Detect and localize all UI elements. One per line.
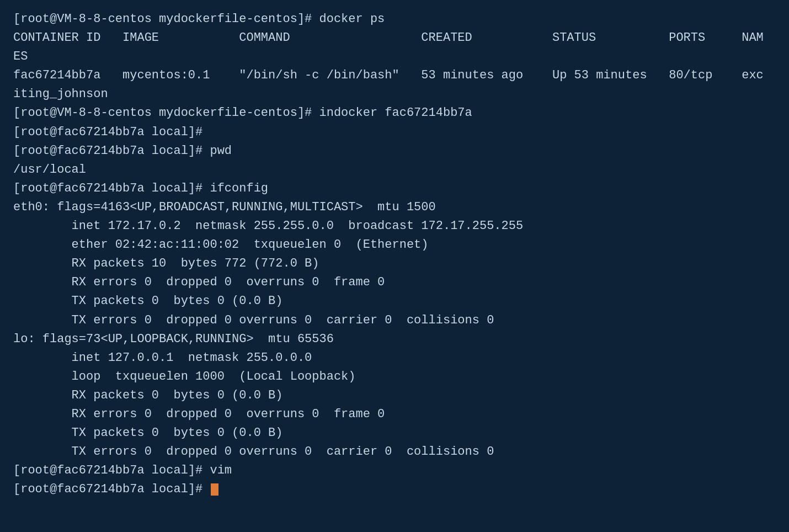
terminal-line-l8: [root@fac67214bb7a local]# pwd bbox=[13, 142, 776, 161]
terminal-line-l15: RX errors 0 dropped 0 overruns 0 frame 0 bbox=[13, 273, 776, 292]
terminal-line-l7: [root@fac67214bb7a local]# bbox=[13, 123, 776, 142]
terminal-line-l2: CONTAINER ID IMAGE COMMAND CREATED STATU… bbox=[13, 29, 776, 47]
terminal-line-l19: lo: flags=73<UP,LOOPBACK,RUNNING> mtu 65… bbox=[13, 330, 776, 349]
terminal-line-l3: ES bbox=[13, 47, 776, 66]
terminal-line-l16: TX packets 0 bytes 0 (0.0 B) bbox=[13, 292, 776, 311]
terminal-line-l27: [root@fac67214bb7a local]# vim bbox=[13, 461, 776, 480]
terminal-line-l9: /usr/local bbox=[13, 161, 776, 179]
terminal-line-l23: RX errors 0 dropped 0 overruns 0 frame 0 bbox=[13, 405, 776, 424]
terminal-line-l11: eth0: flags=4163<UP,BROADCAST,RUNNING,MU… bbox=[13, 198, 776, 217]
terminal-line-l12: inet 172.17.0.2 netmask 255.255.0.0 broa… bbox=[13, 217, 776, 236]
terminal-line-l25: TX errors 0 dropped 0 overruns 0 carrier… bbox=[13, 443, 776, 461]
terminal-line-l6: [root@VM-8-8-centos mydockerfile-centos]… bbox=[13, 104, 776, 123]
terminal-line-l21: loop txqueuelen 1000 (Local Loopback) bbox=[13, 368, 776, 386]
terminal-line-l20: inet 127.0.0.1 netmask 255.0.0.0 bbox=[13, 349, 776, 368]
terminal-line-l28: [root@fac67214bb7a local]# bbox=[13, 480, 776, 499]
terminal-line-l4: fac67214bb7a mycentos:0.1 "/bin/sh -c /b… bbox=[13, 66, 776, 85]
terminal-line-l5: iting_johnson bbox=[13, 85, 776, 104]
terminal-line-l10: [root@fac67214bb7a local]# ifconfig bbox=[13, 179, 776, 198]
terminal-window: [root@VM-8-8-centos mydockerfile-centos]… bbox=[13, 10, 776, 499]
terminal-line-l14: RX packets 10 bytes 772 (772.0 B) bbox=[13, 254, 776, 273]
terminal-line-l1: [root@VM-8-8-centos mydockerfile-centos]… bbox=[13, 10, 776, 29]
terminal-line-l17: TX errors 0 dropped 0 overruns 0 carrier… bbox=[13, 311, 776, 330]
terminal-line-l22: RX packets 0 bytes 0 (0.0 B) bbox=[13, 386, 776, 405]
terminal-line-l24: TX packets 0 bytes 0 (0.0 B) bbox=[13, 424, 776, 443]
terminal-cursor bbox=[211, 483, 218, 496]
terminal-line-l13: ether 02:42:ac:11:00:02 txqueuelen 0 (Et… bbox=[13, 236, 776, 254]
